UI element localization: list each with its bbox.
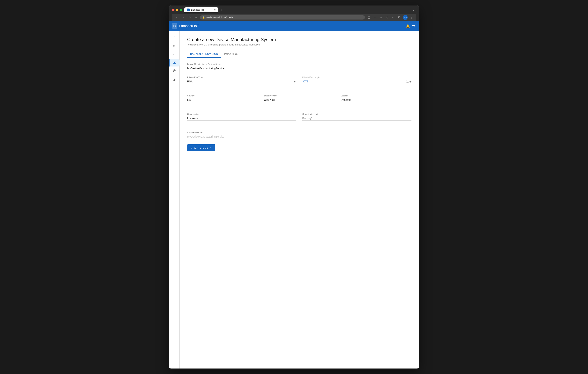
- common-name-field: Common Name *: [187, 131, 411, 139]
- app-logo-icon: [172, 23, 177, 29]
- devices-icon: [173, 61, 176, 65]
- private-key-length-wrapper: ⓘ ▾: [302, 79, 411, 84]
- sidebar-item-buildings[interactable]: ⌂: [170, 51, 178, 58]
- dms-name-input[interactable]: [187, 66, 411, 71]
- location-row: Country State/Province Locality: [187, 95, 411, 108]
- page-subtitle: To create a new DMS instance, please pro…: [187, 43, 411, 46]
- notification-bell-icon[interactable]: 🔔: [406, 24, 410, 28]
- private-key-type-select[interactable]: RSA EC: [187, 79, 296, 84]
- organization-label: Organization: [187, 113, 296, 115]
- url-text: dev.lamassu.io/dms/create: [206, 16, 233, 19]
- sidebar-item-moon[interactable]: ◑: [170, 75, 178, 83]
- org-row: Organization Organization Unit: [187, 113, 411, 126]
- private-key-type-label: Private Key Type: [187, 76, 296, 78]
- tab-backend-provision[interactable]: BACKEND PROVISION: [187, 51, 221, 58]
- page-title: Create a new Device Manufacturing System: [187, 37, 411, 42]
- key-icon[interactable]: ⚿: [366, 15, 371, 20]
- state-input[interactable]: [264, 97, 335, 102]
- key-length-info-icon[interactable]: ⓘ: [406, 80, 410, 83]
- back-button[interactable]: ‹: [174, 15, 179, 20]
- app-header: Lamassu IoT 🔔 ⮕: [169, 21, 419, 31]
- dms-name-field: Device Manufacturing System Name *: [187, 63, 411, 71]
- maximize-window-button[interactable]: [179, 9, 182, 11]
- reload-button[interactable]: ↻: [187, 15, 192, 20]
- bookmark-star-icon[interactable]: ☆: [378, 15, 383, 20]
- key-length-actions: ⓘ ▾: [406, 80, 411, 83]
- sidebar-item-network[interactable]: [170, 67, 178, 75]
- private-key-length-field: Private Key Length ⓘ ▾: [302, 76, 411, 84]
- tab-bar: L Lamassu IoT ✕ +: [184, 7, 409, 12]
- logout-icon[interactable]: ⮕: [412, 24, 416, 28]
- buildings-icon: ⌂: [173, 53, 175, 56]
- svg-point-1: [174, 26, 175, 26]
- private-key-length-input[interactable]: [302, 79, 411, 84]
- browser-menu-dots[interactable]: ⋮: [409, 15, 414, 20]
- minimize-window-button[interactable]: [176, 9, 178, 11]
- app-title: Lamassu IoT: [179, 24, 199, 28]
- state-field: State/Province: [264, 95, 335, 102]
- organization-input[interactable]: [187, 116, 296, 121]
- tab-close-button[interactable]: ✕: [214, 9, 216, 11]
- network-icon: [173, 69, 176, 73]
- locality-field: Locality: [341, 95, 411, 102]
- country-label: Country: [187, 95, 258, 97]
- key-length-dropdown-icon[interactable]: ▾: [410, 80, 411, 83]
- home-button[interactable]: ⌂: [194, 15, 199, 20]
- organization-field: Organization: [187, 113, 296, 121]
- form-section: Device Manufacturing System Name * Priva…: [187, 63, 411, 151]
- key-row: Private Key Type RSA EC ▾ Private Key Le…: [187, 76, 411, 89]
- create-dms-label: CREATE DMS: [191, 146, 208, 149]
- tabs: BACKEND PROVISION IMPORT CSR: [187, 51, 411, 58]
- app-body: › ⊞ ⌂: [169, 31, 419, 369]
- app-logo: Lamassu IoT: [172, 23, 199, 29]
- country-input[interactable]: [187, 97, 258, 102]
- org-unit-field: Organization Unit: [302, 113, 411, 121]
- dms-name-label: Device Manufacturing System Name *: [187, 63, 411, 65]
- split-view-icon[interactable]: ⧠: [397, 15, 402, 20]
- browser-window: L Lamassu IoT ✕ + ⌄ ‹ › ↻ ⌂ 🔒 dev.lamass…: [169, 5, 419, 369]
- app-header-actions: 🔔 ⮕: [406, 24, 416, 28]
- country-field: Country: [187, 95, 258, 102]
- new-tab-button[interactable]: +: [219, 8, 223, 12]
- moon-icon: ◑: [173, 78, 176, 81]
- browser-tab-lamassu[interactable]: L Lamassu IoT ✕: [184, 7, 218, 12]
- browser-menu-button[interactable]: ⌄: [411, 7, 416, 12]
- org-unit-input[interactable]: [302, 116, 411, 121]
- common-name-label: Common Name *: [187, 131, 411, 134]
- traffic-lights: [172, 9, 182, 11]
- private-key-type-field: Private Key Type RSA EC ▾: [187, 76, 296, 84]
- sidebar: › ⊞ ⌂: [169, 31, 179, 369]
- browser-nav-bar: ‹ › ↻ ⌂ 🔒 dev.lamassu.io/dms/create ⚿ ⬆ …: [172, 14, 416, 21]
- state-label: State/Province: [264, 95, 335, 97]
- main-content: Create a new Device Manufacturing System…: [179, 31, 419, 369]
- private-key-type-select-wrapper: RSA EC ▾: [187, 79, 296, 84]
- forward-button[interactable]: ›: [181, 15, 186, 20]
- nav-actions: ⚿ ⬆ ☆ ⬡ ▭ ⧠ HS ⋮: [366, 15, 414, 20]
- create-dms-plus-icon: +: [210, 146, 211, 149]
- create-dms-button[interactable]: CREATE DMS +: [187, 144, 215, 151]
- close-window-button[interactable]: [172, 9, 174, 11]
- private-key-length-label: Private Key Length: [302, 76, 411, 78]
- svg-point-6: [174, 62, 175, 63]
- browser-chrome: L Lamassu IoT ✕ + ⌄ ‹ › ↻ ⌂ 🔒 dev.lamass…: [169, 5, 419, 21]
- upload-icon[interactable]: ⬆: [372, 15, 377, 20]
- browser-top-bar: L Lamassu IoT ✕ + ⌄: [172, 7, 416, 12]
- extensions-icon[interactable]: ⬡: [385, 15, 389, 20]
- sidebar-item-dashboard[interactable]: ⊞: [170, 42, 178, 50]
- sidebar-item-devices[interactable]: [169, 59, 179, 66]
- tab-title: Lamassu IoT: [191, 9, 204, 11]
- address-bar[interactable]: 🔒 dev.lamassu.io/dms/create: [200, 15, 365, 20]
- org-unit-label: Organization Unit: [302, 113, 411, 115]
- app-layout: Lamassu IoT 🔔 ⮕ › ⊞ ⌂: [169, 21, 419, 369]
- user-avatar[interactable]: HS: [403, 15, 408, 20]
- common-name-input[interactable]: [187, 134, 411, 139]
- locality-label: Locality: [341, 95, 411, 97]
- cast-icon: ▭: [391, 15, 396, 20]
- tab-favicon: L: [187, 9, 190, 11]
- locality-input[interactable]: [341, 97, 411, 102]
- ssl-lock-icon: 🔒: [202, 16, 205, 19]
- dashboard-icon: ⊞: [173, 44, 175, 48]
- sidebar-toggle-button[interactable]: ›: [171, 33, 178, 40]
- tab-import-csr[interactable]: IMPORT CSR: [221, 51, 243, 58]
